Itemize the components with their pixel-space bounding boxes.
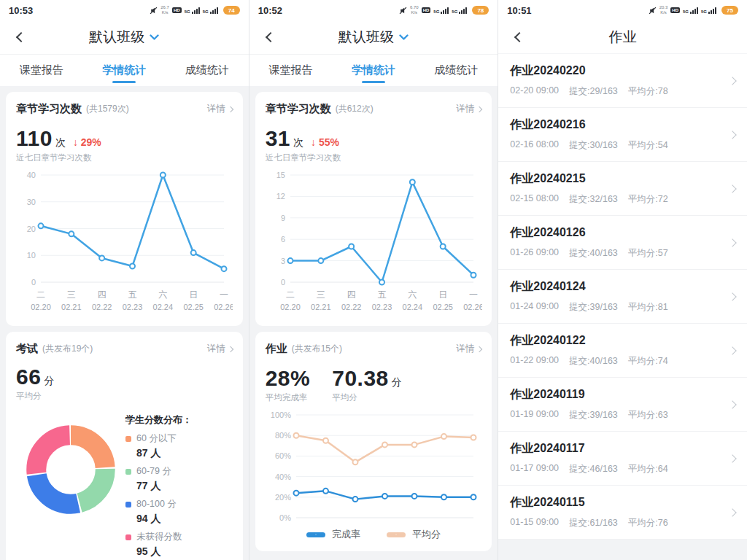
page-title: 默认班级 bbox=[338, 28, 394, 47]
assignment-list-item[interactable]: 作业20240117 01-17 09:00 提交:46/163 平均分:64 bbox=[498, 432, 747, 486]
svg-text:02.22: 02.22 bbox=[341, 303, 362, 311]
back-button[interactable] bbox=[13, 29, 29, 45]
svg-text:02.22: 02.22 bbox=[92, 303, 112, 311]
assignment-meta: 01-19 09:00 提交:39/163 平均分:63 bbox=[510, 409, 722, 421]
screen-homework-list: 10:51 20.3K/s HD 5G 5G 75 作业 作业20240220 … bbox=[498, 0, 747, 560]
chevron-right-icon bbox=[728, 292, 736, 300]
back-button[interactable] bbox=[263, 29, 279, 45]
assignment-list-item[interactable]: 作业20240122 01-22 09:00 提交:40/163 平均分:74 bbox=[498, 324, 747, 378]
back-button[interactable] bbox=[511, 29, 527, 45]
scroll-content: 章节学习次数 (共612次) 详情 31 次 ↓ 55% 近七日章节学习次数 0… bbox=[249, 86, 498, 560]
tab-bar: 课堂报告 学情统计 成绩统计 bbox=[0, 54, 249, 86]
assignment-date: 01-26 09:00 bbox=[510, 247, 559, 260]
assignment-date: 02-15 08:00 bbox=[510, 193, 559, 206]
svg-text:五: 五 bbox=[377, 289, 386, 300]
tab[interactable]: 成绩统计 bbox=[166, 55, 249, 86]
svg-text:02.21: 02.21 bbox=[61, 303, 82, 311]
class-selector[interactable]: 默认班级 bbox=[338, 28, 409, 47]
signal-icon-2: 5G bbox=[701, 7, 716, 14]
svg-text:0%: 0% bbox=[279, 513, 291, 522]
details-link[interactable]: 详情 bbox=[207, 343, 233, 355]
assignment-list-item[interactable]: 作业20240124 01-24 09:00 提交:39/163 平均分:81 bbox=[498, 270, 747, 324]
assignment-list-item[interactable]: 作业20240215 02-15 08:00 提交:32/163 平均分:72 bbox=[498, 162, 747, 216]
svg-text:三: 三 bbox=[67, 289, 76, 300]
assignment-list-item[interactable]: 作业20240126 01-26 09:00 提交:40/163 平均分:57 bbox=[498, 216, 747, 270]
active-tab-underline bbox=[362, 81, 385, 84]
assignment-submissions: 提交:61/163 bbox=[569, 517, 618, 529]
chapter-study-card: 章节学习次数 (共1579次) 详情 110 次 ↓ 29% 近七日章节学习次数… bbox=[6, 92, 243, 326]
signal-icon-2: 5G bbox=[203, 7, 218, 14]
chart-caption: 近七日章节学习次数 bbox=[266, 152, 482, 163]
details-link[interactable]: 详情 bbox=[456, 343, 481, 355]
tab-label: 成绩统计 bbox=[435, 63, 479, 77]
network-speed-text: 26.7K/s bbox=[160, 5, 169, 15]
tab[interactable]: 课堂报告 bbox=[0, 55, 83, 86]
tab[interactable]: 成绩统计 bbox=[415, 55, 498, 86]
svg-text:二: 二 bbox=[286, 289, 295, 300]
line-chart-homework: 0%20%40%60%80%100% bbox=[266, 406, 482, 526]
legend-label: 平均分 bbox=[412, 528, 441, 541]
assignment-average: 平均分:76 bbox=[628, 517, 668, 529]
tab-label: 课堂报告 bbox=[20, 63, 63, 77]
status-bar: 10:52 6.70K/s HD 5G 5G 78 bbox=[249, 0, 498, 20]
svg-text:0: 0 bbox=[31, 278, 36, 287]
chevron-right-icon bbox=[728, 184, 736, 192]
tab[interactable]: 课堂报告 bbox=[249, 55, 333, 86]
clock-text: 10:51 bbox=[507, 5, 531, 16]
assignment-list-item[interactable]: 作业20240119 01-19 09:00 提交:39/163 平均分:63 bbox=[498, 378, 747, 432]
chevron-down-icon bbox=[150, 34, 159, 41]
battery-icon: 74 bbox=[223, 6, 240, 15]
svg-text:三: 三 bbox=[317, 289, 325, 300]
assignment-title: 作业20240122 bbox=[510, 333, 722, 349]
assignment-meta: 01-24 09:00 提交:39/163 平均分:81 bbox=[510, 301, 722, 314]
svg-text:02.26: 02.26 bbox=[463, 303, 482, 311]
assignment-average: 平均分:63 bbox=[628, 409, 668, 421]
svg-text:五: 五 bbox=[128, 289, 137, 300]
assignment-list-item[interactable]: 作业20240115 01-15 09:00 提交:61/163 平均分:76 bbox=[498, 486, 747, 540]
tab[interactable]: 学情统计 bbox=[332, 55, 415, 86]
class-selector[interactable]: 默认班级 bbox=[89, 28, 159, 47]
assignment-date: 02-20 09:00 bbox=[510, 85, 559, 98]
tab-label: 成绩统计 bbox=[185, 63, 229, 77]
assignment-submissions: 提交:30/163 bbox=[569, 139, 618, 152]
tab-bar: 课堂报告 学情统计 成绩统计 bbox=[249, 54, 498, 86]
three-screen-collage: 10:53 26.7K/s HD 5G 5G 74 默认班级 课堂报告 bbox=[0, 0, 747, 560]
details-link[interactable]: 详情 bbox=[456, 103, 481, 115]
assignment-meta: 02-15 08:00 提交:32/163 平均分:72 bbox=[510, 193, 722, 206]
mute-icon bbox=[399, 7, 407, 15]
legend-count: 77 人 bbox=[136, 480, 233, 493]
navbar: 默认班级 bbox=[249, 20, 498, 54]
delta-down-badge: ↓ 55% bbox=[311, 136, 339, 148]
tab[interactable]: 学情统计 bbox=[83, 55, 166, 86]
svg-text:一: 一 bbox=[469, 289, 478, 300]
details-link[interactable]: 详情 bbox=[207, 103, 233, 115]
donut-chart bbox=[16, 415, 125, 524]
chevron-down-icon bbox=[399, 34, 409, 41]
assignment-meta: 01-15 09:00 提交:61/163 平均分:76 bbox=[510, 517, 722, 529]
svg-text:02.20: 02.20 bbox=[31, 303, 51, 311]
hd-icon: HD bbox=[670, 7, 680, 13]
svg-text:12: 12 bbox=[276, 192, 285, 201]
empty-area bbox=[498, 540, 747, 560]
legend-item: 60-79 分 77 人 bbox=[125, 465, 233, 493]
assignment-average: 平均分:74 bbox=[628, 355, 668, 368]
clock-text: 10:52 bbox=[258, 5, 282, 16]
assignment-date: 01-15 09:00 bbox=[510, 517, 559, 529]
svg-text:02.23: 02.23 bbox=[123, 303, 143, 311]
assignment-average: 平均分:72 bbox=[628, 193, 668, 206]
battery-icon: 75 bbox=[721, 6, 738, 15]
svg-text:40: 40 bbox=[27, 171, 36, 179]
assignment-list-item[interactable]: 作业20240216 02-16 08:00 提交:30/163 平均分:54 bbox=[498, 108, 747, 162]
svg-text:02.25: 02.25 bbox=[433, 303, 453, 311]
assignment-list-item[interactable]: 作业20240220 02-20 09:00 提交:29/163 平均分:78 bbox=[498, 54, 747, 108]
assignment-submissions: 提交:29/163 bbox=[569, 85, 618, 98]
svg-text:20: 20 bbox=[27, 225, 36, 233]
avg-score-caption: 平均分 bbox=[332, 392, 402, 403]
legend-line-icon bbox=[387, 532, 406, 537]
svg-text:3: 3 bbox=[281, 257, 285, 265]
assignment-meta: 01-17 09:00 提交:46/163 平均分:64 bbox=[510, 463, 722, 475]
assignment-average: 平均分:78 bbox=[628, 85, 668, 98]
exam-card: 考试 (共发布19个) 详情 66 分 平均分 学生分数分布： bbox=[6, 332, 243, 560]
distribution-title: 学生分数分布： bbox=[125, 413, 233, 427]
legend-item: 80-100 分 94 人 bbox=[125, 498, 233, 526]
